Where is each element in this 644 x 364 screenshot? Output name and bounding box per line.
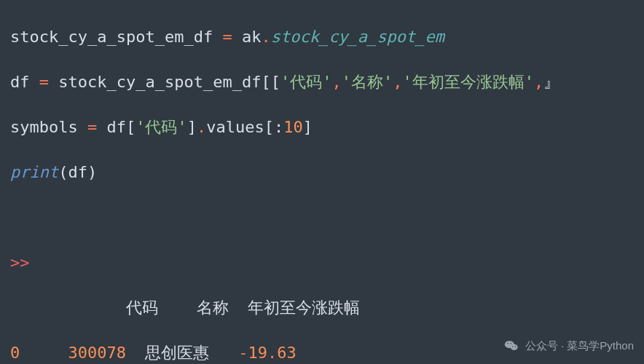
slice-open: [: [264, 118, 284, 136]
identifier: stock_cy_a_spot_em_df [10, 28, 213, 46]
string-literal: '代码' [136, 118, 187, 136]
code-line-4: print(df) [10, 161, 641, 183]
string-literal: '年初至今涨跌幅' [402, 73, 534, 91]
identifier: df [106, 118, 126, 136]
operator-eq: = [213, 28, 242, 46]
paren-open: ( [58, 163, 68, 181]
watermark-text: 公众号 · 菜鸟学Python [525, 334, 634, 357]
comma: , [331, 73, 341, 91]
wrap-marker: 』 [543, 73, 559, 91]
svg-point-1 [510, 344, 517, 349]
code-line-3: symbols = df['代码'].values[:10] [10, 116, 641, 138]
string-literal: '名称' [342, 73, 393, 91]
comma: , [534, 73, 543, 91]
operator-eq: = [78, 118, 107, 136]
output-header: 代码 名称 年初至今涨跌幅 [10, 296, 641, 319]
paren-close: ) [87, 163, 97, 181]
watermark: 公众号 · 菜鸟学Python [503, 334, 634, 357]
code-editor[interactable]: stock_cy_a_spot_em_df = ak.stock_cy_a_sp… [0, 0, 644, 364]
operator-dot: . [261, 28, 270, 46]
identifier: stock_cy_a_spot_em_df [58, 73, 261, 91]
prompt-icon: >> [10, 253, 30, 272]
output-prompt: >> [10, 251, 641, 274]
bracket-close: ] [187, 118, 197, 136]
decimal-dot: . [267, 344, 277, 362]
function-call: stock_cy_a_spot_em [271, 28, 444, 46]
svg-point-2 [507, 342, 508, 344]
row-index: 0 [10, 344, 49, 362]
svg-point-4 [512, 346, 513, 347]
code-line-1: stock_cy_a_spot_em_df = ak.stock_cy_a_sp… [10, 25, 641, 48]
builtin-print: print [10, 163, 58, 181]
number-literal: 10 [283, 118, 303, 136]
wechat-icon [503, 338, 519, 354]
svg-point-5 [515, 346, 516, 347]
identifier: ak [242, 28, 262, 46]
string-literal: '代码' [280, 73, 332, 91]
identifier: df [68, 163, 87, 181]
bracket-open: [[ [261, 73, 280, 91]
comma: , [393, 73, 402, 91]
sign: - [238, 344, 248, 362]
stock-code: 300078 [68, 344, 125, 362]
identifier: df [10, 73, 30, 91]
blank-line [10, 206, 641, 229]
operator-dot: . [197, 118, 206, 136]
identifier: symbols [10, 118, 78, 136]
value-int: 19 [248, 344, 267, 362]
stock-name: 思创医惠 [145, 344, 209, 362]
operator-eq: = [30, 73, 59, 91]
svg-point-3 [510, 342, 511, 344]
code-line-2: df = stock_cy_a_spot_em_df[['代码','名称','年… [10, 71, 641, 93]
bracket-open: [ [126, 118, 136, 136]
attribute: values [206, 118, 264, 136]
slice-close: ] [303, 118, 313, 136]
value-frac: 63 [277, 344, 297, 362]
